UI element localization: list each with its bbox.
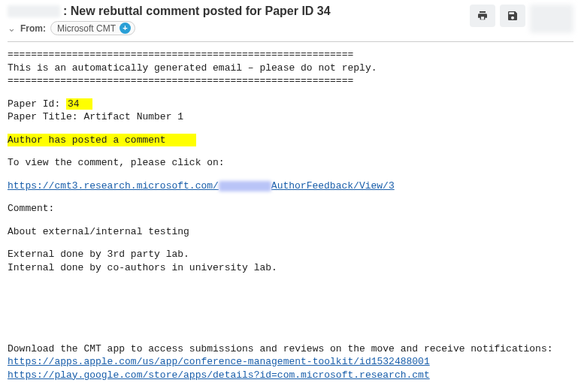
feedback-link-suffix[interactable]: AuthorFeedback/View/3 [271,179,395,193]
paper-id-value: 34 [66,98,92,110]
comment-label: Comment: [8,202,573,216]
ios-app-link[interactable]: https://apps.apple.com/us/app/conference… [8,356,430,367]
rule-bottom: ========================================… [8,74,573,88]
email-header: : New rebuttal comment posted for Paper … [0,0,581,38]
comment-subject: About external/internal testing [8,225,573,239]
print-icon [477,10,489,22]
download-app-line: Download the CMT app to access submissio… [8,342,573,356]
paper-id-label: Paper Id: [8,98,66,110]
subject-text: : New rebuttal comment posted for Paper … [63,5,331,18]
expand-chevron-icon[interactable]: ⌄ [8,23,16,34]
from-sender-pill[interactable]: Microsoft CMT + [50,21,135,35]
android-app-link[interactable]: https://play.google.com/store/apps/detai… [8,369,430,381]
subject-redacted-prefix [8,5,60,17]
header-left: : New rebuttal comment posted for Paper … [8,5,470,35]
add-contact-icon[interactable]: + [120,23,131,34]
subject-line: : New rebuttal comment posted for Paper … [8,5,470,18]
author-posted-highlight: Author has posted a comment [8,134,196,147]
header-actions [470,5,573,33]
feedback-url-row: https://cmt3.research.microsoft.com/Auth… [8,179,573,193]
feedback-link-prefix[interactable]: https://cmt3.research.microsoft.com/ [8,179,219,193]
comment-line-1: External done by 3rd party lab. [8,248,573,261]
feedback-link-redacted [219,181,271,191]
email-body: ========================================… [0,42,581,389]
save-button[interactable] [500,5,525,27]
from-label: From: [20,23,46,34]
from-sender-name: Microsoft CMT [57,23,116,34]
save-icon [507,10,519,22]
auto-generated-notice: This is an automatically generated email… [8,62,573,75]
comment-line-2: Internal done by co-authors in universit… [8,261,573,275]
from-line: ⌄ From: Microsoft CMT + [8,21,470,35]
header-redacted-block [530,5,573,33]
view-instruction: To view the comment, please click on: [8,156,573,170]
paper-title-line: Paper Title: Artifact Number 1 [8,110,573,124]
author-posted-line: Author has posted a comment [8,134,573,147]
print-button[interactable] [470,5,495,27]
rule-top: ========================================… [8,48,573,62]
paper-id-line: Paper Id: 34 [8,98,573,111]
